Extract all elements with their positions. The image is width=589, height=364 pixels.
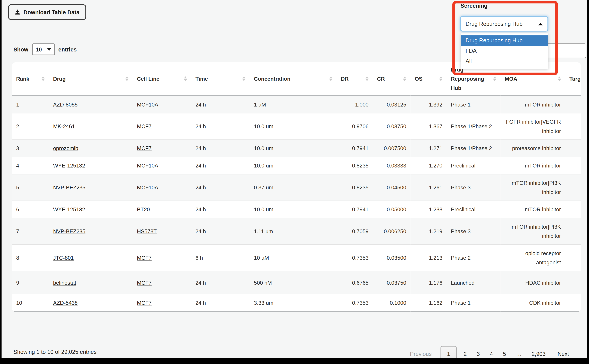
cell-line-link[interactable]: MCF7 xyxy=(137,123,152,130)
cell-line-link[interactable]: MCF10A xyxy=(137,184,158,191)
show-label: Show xyxy=(13,46,28,52)
cell-cell-line: MCF7 xyxy=(133,271,191,294)
cell-hub: Phase 1 xyxy=(447,96,501,113)
pagination-page-5[interactable]: 5 xyxy=(498,351,511,357)
cell-hub: Launched xyxy=(447,271,501,294)
cell-concentration: 10.0 um xyxy=(250,113,337,140)
drug-link[interactable]: WYE-125132 xyxy=(53,206,85,213)
cell-drug: JTC-801 xyxy=(49,245,133,271)
sort-icon xyxy=(329,76,332,81)
download-button-label: Download Table Data xyxy=(23,9,80,15)
drug-link[interactable]: AZD-5438 xyxy=(53,300,78,306)
target-more: - xyxy=(569,189,581,195)
cell-dr: 0.7353 xyxy=(337,245,373,271)
pagination-previous[interactable]: Previous xyxy=(405,351,439,357)
cell-rank: 8 xyxy=(12,245,49,271)
column-header-time[interactable]: Time xyxy=(191,62,250,96)
cell-drug: AZD-5438 xyxy=(49,294,133,312)
cell-line-link[interactable]: MCF7 xyxy=(137,145,152,151)
drug-link[interactable]: JTC-801 xyxy=(53,255,74,261)
cell-time: 24 h xyxy=(191,218,250,245)
cell-target: KCNH2 xyxy=(565,294,581,312)
cell-cr: 0.03750 xyxy=(373,113,411,140)
cell-time: 24 h xyxy=(191,157,250,174)
cell-rank: 6 xyxy=(12,201,49,218)
cell-hub: Preclinical xyxy=(447,201,501,218)
cell-target: MTOR xyxy=(565,96,581,113)
cell-concentration: 10.0 um xyxy=(250,201,337,218)
cell-time: 24 h xyxy=(191,140,250,157)
screening-option-fda[interactable]: FDA xyxy=(461,46,548,56)
sort-icon xyxy=(403,76,406,81)
cell-concentration: 1.11 um xyxy=(250,218,337,245)
cell-rank: 3 xyxy=(12,140,49,157)
sort-icon xyxy=(184,76,187,81)
pagination-next[interactable]: Next xyxy=(551,351,574,357)
cell-line-link[interactable]: MCF7 xyxy=(137,300,152,306)
cell-os: 1.176 xyxy=(410,271,447,294)
column-header-cr[interactable]: CR xyxy=(373,62,411,96)
download-table-data-button[interactable]: Download Table Data xyxy=(8,4,86,20)
sort-icon xyxy=(558,76,561,81)
column-header-rank[interactable]: Rank xyxy=(12,62,49,96)
drug-link[interactable]: belinostat xyxy=(53,280,76,286)
drug-link[interactable]: MK-2461 xyxy=(53,123,75,130)
cell-moa: mTOR inhibitor|PI3K inhibitor xyxy=(501,174,565,201)
cell-drug: belinostat xyxy=(49,271,133,294)
page-length-select[interactable]: 10 xyxy=(32,44,55,55)
cell-os: 1.270 xyxy=(410,157,447,174)
cell-cr: 0.04500 xyxy=(373,174,411,201)
cell-line-link[interactable]: MCF10A xyxy=(137,101,158,108)
screening-option-all[interactable]: All xyxy=(461,56,548,66)
cell-line-link[interactable]: MCF7 xyxy=(137,280,152,286)
table-row: 1AZD-8055MCF10A24 h1 µM1.0000.031251.392… xyxy=(12,96,581,113)
cell-cell-line: MCF10A xyxy=(133,174,191,201)
results-table: RankDrugCell LineTimeConcentrationDRCROS… xyxy=(12,62,581,312)
cell-rank: 1 xyxy=(12,96,49,113)
cell-line-link[interactable]: MCF7 xyxy=(137,255,152,261)
column-header-label: Target xyxy=(569,74,581,83)
column-header-target[interactable]: Target xyxy=(565,62,581,96)
table-row: 9belinostatMCF724 h500 nM0.67650.037501.… xyxy=(12,271,581,294)
screening-select[interactable]: Drug Repurposing Hub xyxy=(460,16,548,32)
cell-moa: mTOR inhibitor xyxy=(501,201,565,218)
pagination-page-4[interactable]: 4 xyxy=(485,351,498,357)
pagination-page-2-903[interactable]: 2,903 xyxy=(527,351,551,357)
sort-icon xyxy=(41,76,45,81)
cell-hub: Preclinical xyxy=(447,157,501,174)
drug-link[interactable]: NVP-BEZ235 xyxy=(53,184,85,191)
drug-link[interactable]: WYE-125132 xyxy=(53,162,85,169)
cell-dr: 0.8235 xyxy=(337,174,373,201)
column-header-os[interactable]: OS xyxy=(410,62,447,96)
column-header-label: Time xyxy=(195,74,208,83)
column-header-label: CR xyxy=(377,74,385,83)
cell-line-link[interactable]: HS578T xyxy=(137,228,157,234)
sort-icon xyxy=(242,76,245,81)
column-header-concentration[interactable]: Concentration xyxy=(250,62,337,96)
pagination-page-2[interactable]: 2 xyxy=(459,351,472,357)
cell-line-link[interactable]: BT20 xyxy=(137,206,150,213)
drug-link[interactable]: AZD-8055 xyxy=(53,101,78,108)
cell-concentration: 500 nM xyxy=(250,271,337,294)
column-header-cell-line[interactable]: Cell Line xyxy=(133,62,191,96)
table-row: 6WYE-125132BT2024 h10.0 um0.79410.050001… xyxy=(12,201,581,218)
screening-option-drug-repurposing-hub[interactable]: Drug Repurposing Hub xyxy=(461,35,548,46)
column-header-dr[interactable]: DR xyxy=(337,62,373,96)
cell-hub: Phase 3 xyxy=(447,218,501,245)
table-row: 8JTC-801MCF76 h10 µM0.73530.035001.213Ph… xyxy=(12,245,581,271)
drug-link[interactable]: NVP-BEZ235 xyxy=(53,228,85,234)
app-root: Download Table Data Show 10 entries Rank… xyxy=(0,0,589,364)
cell-target: HDAC1- xyxy=(565,271,581,294)
cell-dr: 0.8235 xyxy=(337,157,373,174)
cell-drug: AZD-8055 xyxy=(49,96,133,113)
column-header-drug[interactable]: Drug xyxy=(49,62,133,96)
cell-os: 1.271 xyxy=(410,140,447,157)
cell-moa: HDAC inhibitor xyxy=(501,271,565,294)
pagination-page-3[interactable]: 3 xyxy=(472,351,485,357)
table-row: 2MK-2461MCF724 h10.0 um0.97060.037501.36… xyxy=(12,113,581,140)
cell-rank: 9 xyxy=(12,271,49,294)
cell-line-link[interactable]: MCF10A xyxy=(137,162,158,169)
cell-cell-line: MCF7 xyxy=(133,113,191,140)
drug-link[interactable]: oprozomib xyxy=(53,145,78,151)
pagination-page-1[interactable]: 1 xyxy=(441,346,457,358)
